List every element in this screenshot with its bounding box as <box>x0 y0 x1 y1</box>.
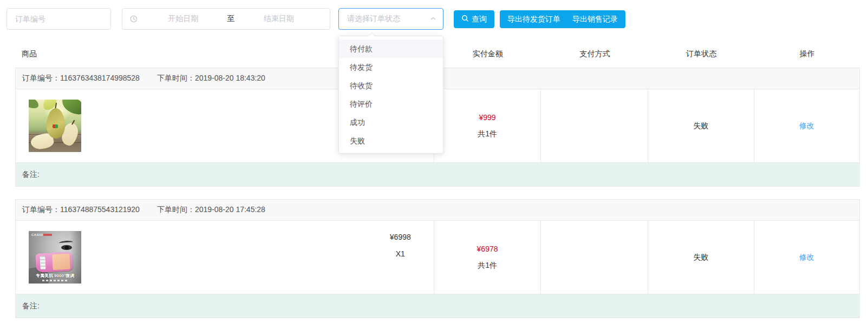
status-select-placeholder: 请选择订单状态 <box>347 14 400 24</box>
order-time-value: 2019-08-20 17:45:28 <box>195 205 265 215</box>
dropdown-option-pending-receipt[interactable]: 待收货 <box>339 76 443 95</box>
order-no-label: 订单编号： <box>22 74 60 83</box>
order-status-select[interactable]: 请选择订单状态 <box>338 8 443 30</box>
camera-caption-text: 专属美肌 9000°微调 <box>29 273 81 279</box>
paid-amount: ¥6978 <box>477 245 498 253</box>
paid-amount-cell: ¥6978 共1件 <box>434 221 541 294</box>
modify-link[interactable]: 修改 <box>799 121 814 131</box>
search-button-label: 查询 <box>472 15 487 24</box>
order-time-label: 下单时间： <box>157 74 195 83</box>
header-pay-method: 支付方式 <box>541 49 649 59</box>
unit-count: X1 <box>390 249 411 258</box>
start-date-placeholder: 开始日期 <box>146 14 220 24</box>
product-image-casio-camera: CASIO 专属美肌 9000°微调 <box>29 231 81 284</box>
dropdown-arrow <box>368 32 375 39</box>
unit-price: ¥6998 <box>390 233 411 241</box>
order-no-value: 1163763438174998528 <box>60 74 140 83</box>
paid-count: 共1件 <box>478 261 497 271</box>
note-label: 备注: <box>22 170 40 180</box>
header-order-status: 订单状态 <box>648 49 754 59</box>
order-no-value: 1163748875543121920 <box>60 205 140 215</box>
product-cell: CASIO 专属美肌 9000°微调 ¥6998 X1 <box>16 221 434 294</box>
paid-amount-cell: ¥999 共1件 <box>434 89 541 162</box>
paid-count: 共1件 <box>478 129 497 139</box>
product-image-pear <box>29 100 81 152</box>
status-dropdown-menu: 待付款 待发货 待收货 待评价 成功 失败 <box>338 36 443 154</box>
unit-price-block: ¥6998 X1 <box>390 233 411 258</box>
order-number-input[interactable] <box>6 8 111 30</box>
order-time-label: 下单时间： <box>157 205 195 215</box>
dropdown-option-pending-review[interactable]: 待评价 <box>339 95 443 113</box>
export-pending-orders-button[interactable]: 导出待发货订单 <box>500 10 568 28</box>
actions-cell: 修改 <box>754 221 859 294</box>
date-range-separator: 至 <box>220 14 242 24</box>
note-label: 备注: <box>22 301 40 311</box>
date-range-picker[interactable]: 开始日期 至 结束日期 <box>122 8 330 30</box>
export-sales-records-button[interactable]: 导出销售记录 <box>565 10 625 28</box>
pay-method-cell <box>541 89 648 162</box>
order-card: 订单编号： 1163748875543121920 下单时间： 2019-08-… <box>15 199 860 318</box>
camera-brand-text: CASIO <box>31 233 43 236</box>
pay-method-cell <box>541 221 648 294</box>
header-actions: 操作 <box>754 49 860 59</box>
chevron-up-icon <box>430 15 436 23</box>
header-paid-amount: 实付金额 <box>434 49 541 59</box>
order-note-row: 备注: <box>16 294 859 318</box>
order-time-value: 2019-08-20 18:43:20 <box>195 74 265 83</box>
search-icon <box>461 15 469 24</box>
paid-amount: ¥999 <box>479 113 495 122</box>
order-status-cell: 失败 <box>648 221 754 294</box>
clock-icon <box>130 15 146 23</box>
actions-cell: 修改 <box>754 89 859 162</box>
dropdown-option-success[interactable]: 成功 <box>339 113 443 131</box>
dropdown-option-pending-payment[interactable]: 待付款 <box>339 39 443 58</box>
search-button[interactable]: 查询 <box>454 10 494 28</box>
order-no-label: 订单编号： <box>22 205 60 215</box>
dropdown-option-failed[interactable]: 失败 <box>339 131 443 150</box>
dropdown-option-pending-shipment[interactable]: 待发货 <box>339 58 443 76</box>
end-date-placeholder: 结束日期 <box>242 14 316 24</box>
order-row: CASIO 专属美肌 9000°微调 ¥6998 X1 ¥6978 共1件 失败… <box>16 221 859 294</box>
modify-link[interactable]: 修改 <box>799 253 814 262</box>
order-status-cell: 失败 <box>648 89 754 162</box>
order-note-row: 备注: <box>16 162 859 186</box>
order-header-bar: 订单编号： 1163748875543121920 下单时间： 2019-08-… <box>16 200 859 221</box>
